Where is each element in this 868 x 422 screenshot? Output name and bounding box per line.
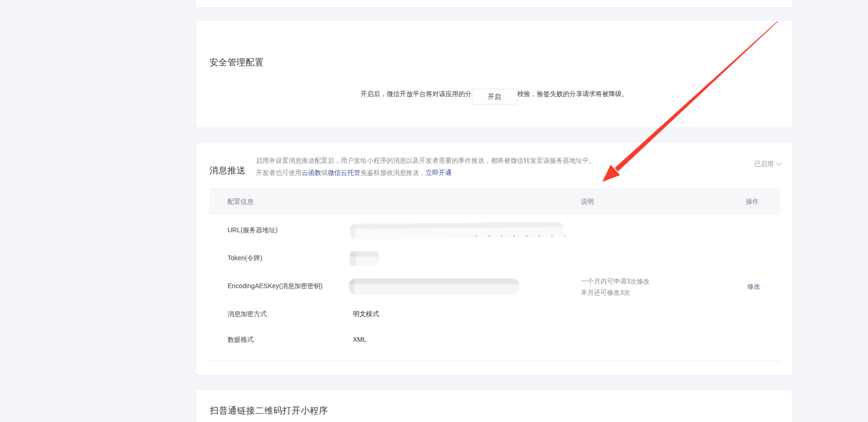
chevron-down-icon bbox=[776, 160, 781, 165]
activate-now-link[interactable]: 立即开通 bbox=[426, 169, 452, 176]
modify-link[interactable]: 修改 bbox=[747, 283, 760, 291]
message-push-description-line2: 开发者也可使用云函数或微信云托管免鉴权接收消息推送，立即开通 bbox=[256, 169, 452, 177]
security-config-title: 安全管理配置 bbox=[209, 56, 264, 69]
row-label-encrypt-mode: 消息加密方式 bbox=[227, 310, 267, 318]
security-config-card: 安全管理配置 开启后，微信开放平台将对该应用的分享请求进行签名校验，验签失败的分… bbox=[196, 21, 792, 127]
status-dropdown[interactable]: 已启用 bbox=[754, 160, 781, 168]
header-note: 说明 bbox=[581, 188, 594, 215]
message-push-title: 消息推送 bbox=[209, 165, 246, 177]
desc-line2-or: 或 bbox=[321, 169, 328, 176]
row-label-aeskey: EncodingAESKey(消息加密密钥) bbox=[227, 282, 323, 291]
row-label-data-format: 数据格式 bbox=[227, 336, 254, 344]
settings-page: 安全管理配置 开启后，微信开放平台将对该应用的分享请求进行签名校验，验签失败的分… bbox=[0, 0, 868, 422]
aeskey-note-line1: 一个月内可申请3次修改 bbox=[581, 277, 650, 286]
redacted-url-value bbox=[350, 222, 564, 240]
status-label: 已启用 bbox=[754, 160, 774, 167]
qr-link-card-title: 扫普通链接二维码打开小程序 bbox=[210, 405, 328, 417]
redacted-aeskey-value bbox=[349, 278, 519, 295]
redacted-url-text-remnant bbox=[476, 235, 576, 236]
row-value-encrypt-mode: 明文模式 bbox=[353, 310, 379, 318]
message-push-card: 消息推送 启用并设置消息推送配置后，用户发给小程序的消息以及开发者需要的事件推送… bbox=[196, 143, 792, 374]
message-push-description-line1: 启用并设置消息推送配置后，用户发给小程序的消息以及开发者需要的事件推送，都将被微… bbox=[256, 157, 595, 165]
desc-line2-prefix: 开发者也可使用 bbox=[256, 169, 302, 176]
row-value-data-format: XML bbox=[353, 336, 366, 343]
enable-button[interactable]: 开启 bbox=[472, 89, 517, 104]
cloud-function-link[interactable]: 云函数 bbox=[302, 169, 321, 176]
redacted-token-value bbox=[350, 251, 379, 266]
table-bottom-divider bbox=[209, 360, 780, 361]
previous-card-bottom bbox=[196, 0, 792, 7]
desc-line2-suffix: 免鉴权接收消息推送， bbox=[360, 169, 426, 176]
aeskey-note-line2: 本月还可修改3次 bbox=[581, 289, 630, 297]
header-config-info: 配置信息 bbox=[227, 188, 254, 215]
row-label-url: URL(服务器地址) bbox=[227, 226, 277, 235]
row-label-token: Token(令牌) bbox=[227, 254, 262, 263]
table-header-row: 配置信息 说明 操作 bbox=[209, 188, 780, 215]
header-action: 操作 bbox=[746, 188, 759, 215]
qr-link-card: 扫普通链接二维码打开小程序 bbox=[196, 390, 792, 422]
cloud-hosting-link[interactable]: 微信云托管 bbox=[328, 169, 360, 176]
